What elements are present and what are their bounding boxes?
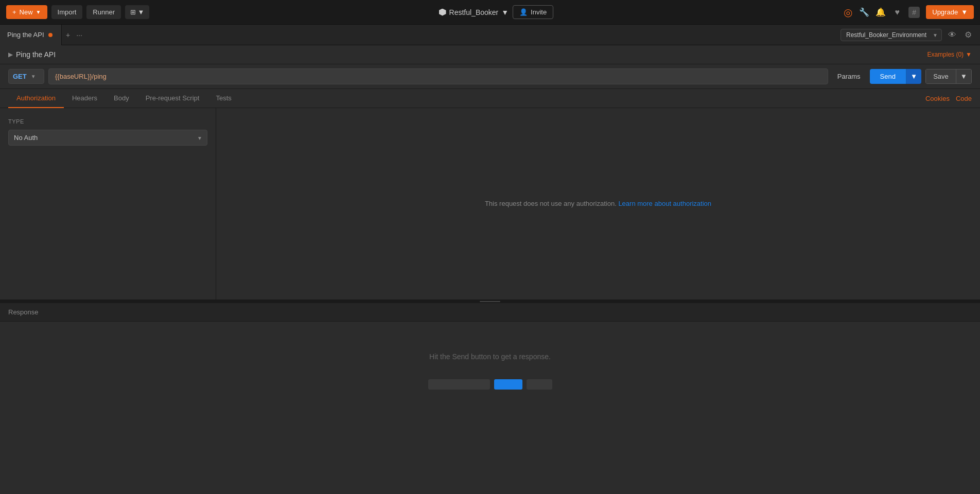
http-method-select[interactable]: GET ▼	[8, 69, 44, 84]
tab-label: Ping the API	[7, 31, 44, 39]
invite-button[interactable]: 👤 Invite	[513, 5, 553, 19]
code-link[interactable]: Code	[956, 95, 972, 102]
auth-info-section: This request does not use any authorizat…	[216, 108, 980, 299]
params-button[interactable]: Params	[832, 69, 866, 83]
nav-center: Restful_Booker ▼ 👤 Invite	[153, 5, 838, 19]
import-button[interactable]: Import	[51, 5, 83, 19]
satellite-icon[interactable]: ◎	[843, 7, 853, 17]
tab-bar-right: Restful_Booker_EnvironmentNo Environment…	[841, 28, 974, 42]
examples-link[interactable]: Examples (0) ▼	[927, 51, 972, 58]
learn-more-label: Learn more about authorization	[618, 200, 711, 207]
params-label: Params	[837, 73, 861, 80]
tab-actions: + ···	[64, 30, 84, 40]
tab-ping-the-api[interactable]: Ping the API	[0, 25, 62, 45]
workspace-add-icon: ⊞ ▼	[130, 8, 144, 16]
environment-selector-wrapper: Restful_Booker_EnvironmentNo Environment	[841, 29, 942, 41]
import-label: Import	[58, 8, 77, 16]
response-header: Response	[0, 303, 980, 322]
save-button[interactable]: Save	[925, 69, 956, 84]
tests-tab-label: Tests	[216, 94, 231, 102]
request-title-text: Ping the API	[16, 50, 56, 59]
runner-label: Runner	[93, 8, 115, 16]
library-icon[interactable]: #	[908, 7, 920, 18]
bell-icon[interactable]: 🔔	[876, 7, 886, 17]
response-label: Response	[8, 308, 39, 316]
request-tabs: Authorization Headers Body Pre-request S…	[0, 89, 980, 108]
request-tab-right: Cookies Code	[925, 95, 972, 102]
environment-select[interactable]: Restful_Booker_EnvironmentNo Environment	[841, 29, 942, 41]
request-header: ▶ Ping the API Examples (0) ▼	[0, 45, 980, 64]
tab-modified-indicator	[48, 33, 52, 37]
invite-label: Invite	[531, 8, 547, 16]
body-tab-label: Body	[114, 94, 129, 102]
upgrade-label: Upgrade	[932, 8, 958, 16]
authorization-panel: TYPE No AuthAPI KeyBearer TokenBasic Aut…	[0, 108, 980, 300]
new-workspace-button[interactable]: ⊞ ▼	[125, 5, 149, 19]
tab-headers[interactable]: Headers	[64, 89, 106, 108]
upgrade-button[interactable]: Upgrade ▼	[926, 5, 974, 19]
send-label: Send	[880, 73, 896, 80]
send-button-group: Send ▼	[870, 69, 922, 84]
illustration-bar-1	[428, 379, 490, 390]
auth-type-label: TYPE	[8, 118, 207, 125]
examples-dropdown-arrow: ▼	[966, 51, 972, 58]
code-label: Code	[956, 95, 972, 102]
prerequest-tab-label: Pre-request Script	[146, 94, 200, 102]
authorization-tab-label: Authorization	[16, 94, 56, 102]
tab-body[interactable]: Body	[106, 89, 137, 108]
tab-bar: Ping the API + ··· Restful_Booker_Enviro…	[0, 25, 980, 45]
runner-button[interactable]: Runner	[86, 5, 121, 19]
plus-icon: +	[12, 8, 16, 16]
learn-more-link[interactable]: Learn more about authorization	[618, 200, 711, 207]
auth-type-select-wrapper: No AuthAPI KeyBearer TokenBasic AuthOAut…	[8, 130, 207, 146]
workspace-name-label: Restful_Booker	[449, 8, 499, 16]
auth-type-section: TYPE No AuthAPI KeyBearer TokenBasic Aut…	[0, 108, 216, 299]
workspace-grid-icon	[439, 9, 446, 16]
upgrade-dropdown-arrow: ▼	[961, 8, 968, 16]
new-button[interactable]: + New ▼	[6, 5, 47, 19]
cookies-label: Cookies	[925, 95, 950, 102]
tab-authorization[interactable]: Authorization	[8, 89, 64, 108]
save-label: Save	[933, 73, 949, 80]
add-tab-button[interactable]: +	[64, 30, 72, 40]
url-input[interactable]	[48, 68, 828, 84]
send-dropdown-button[interactable]: ▼	[906, 69, 921, 84]
environment-visibility-button[interactable]: 👁	[946, 28, 958, 42]
content-area: ▶ Ping the API Examples (0) ▼ GET ▼ Para…	[0, 45, 980, 494]
save-dropdown-button[interactable]: ▼	[956, 69, 972, 84]
tab-tests[interactable]: Tests	[207, 89, 239, 108]
cookies-link[interactable]: Cookies	[925, 95, 950, 102]
send-button[interactable]: Send	[870, 69, 906, 84]
more-tabs-button[interactable]: ···	[74, 30, 84, 40]
auth-type-select[interactable]: No AuthAPI KeyBearer TokenBasic AuthOAut…	[8, 130, 207, 146]
method-dropdown-arrow: ▼	[31, 74, 36, 79]
expand-arrow-icon[interactable]: ▶	[8, 51, 13, 58]
response-illustration	[428, 379, 552, 390]
auth-no-auth-message: This request does not use any authorizat…	[485, 200, 711, 207]
examples-label: Examples (0)	[927, 51, 964, 58]
illustration-bar-3	[527, 379, 552, 390]
auth-message-text: This request does not use any authorizat…	[485, 200, 617, 207]
illustration-bar-send	[494, 379, 522, 390]
tab-prerequest[interactable]: Pre-request Script	[137, 89, 208, 108]
response-body: Hit the Send button to get a response.	[0, 322, 980, 420]
wrench-icon[interactable]: 🔧	[859, 7, 869, 17]
workspace-selector[interactable]: Restful_Booker ▼	[439, 8, 509, 16]
top-navbar: + New ▼ Import Runner ⊞ ▼ Restful_Booker…	[0, 0, 980, 25]
new-dropdown-arrow: ▼	[36, 9, 41, 15]
heart-icon[interactable]: ♥	[892, 7, 902, 17]
request-title-section: ▶ Ping the API	[8, 50, 56, 59]
headers-tab-label: Headers	[72, 94, 97, 102]
save-button-group: Save ▼	[925, 69, 972, 84]
response-section: Response Hit the Send button to get a re…	[0, 303, 980, 495]
environment-settings-button[interactable]: ⚙	[962, 28, 974, 42]
request-tab-list: Authorization Headers Body Pre-request S…	[8, 89, 240, 108]
new-label: New	[20, 8, 33, 16]
invite-user-icon: 👤	[519, 8, 528, 16]
method-label: GET	[13, 73, 27, 80]
response-empty-message: Hit the Send button to get a response.	[429, 352, 551, 361]
workspace-dropdown-arrow: ▼	[501, 8, 509, 16]
nav-right-icons: ◎ 🔧 🔔 ♥ # Upgrade ▼	[843, 5, 974, 19]
url-bar: GET ▼ Params Send ▼ Save ▼	[0, 64, 980, 89]
